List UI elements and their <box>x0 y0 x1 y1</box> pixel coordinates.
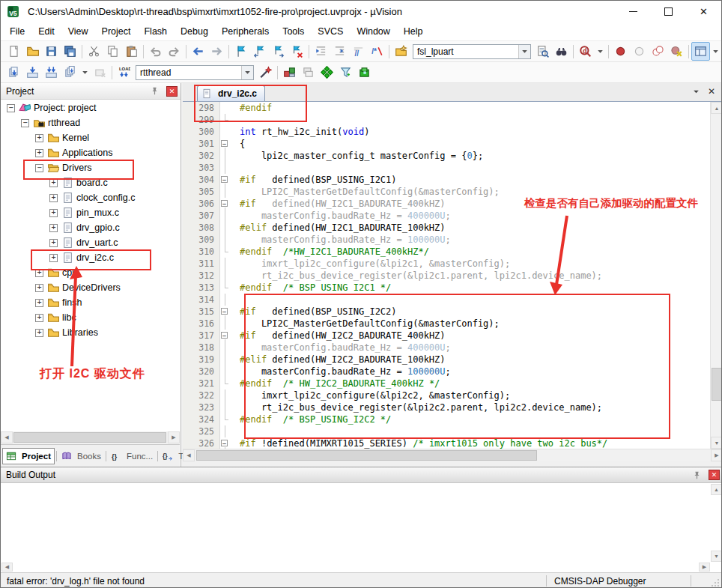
fold-collapse-icon[interactable]: − <box>220 138 231 150</box>
expand-icon[interactable]: + <box>35 299 43 307</box>
menu-tools[interactable]: Tools <box>276 23 311 40</box>
code-line-311[interactable]: 311 imxrt_lpi2c_configure(&lpi2c1, &mast… <box>183 258 710 270</box>
code-line-305[interactable]: 305 LPI2C_MasterGetDefaultConfig(&master… <box>183 186 710 198</box>
scroll-left-icon[interactable]: ◀ <box>1 431 13 443</box>
window-layout-icon[interactable] <box>691 42 710 61</box>
expand-icon[interactable]: + <box>49 209 58 217</box>
code-line-300[interactable]: 300int rt_hw_i2c_init(void) <box>183 126 710 138</box>
collapse-icon[interactable]: − <box>21 119 29 127</box>
pin-icon[interactable] <box>150 86 160 96</box>
scroll-right-icon[interactable]: ▶ <box>699 563 710 572</box>
menu-view[interactable]: View <box>61 23 95 40</box>
fold-collapse-icon[interactable]: − <box>220 306 231 318</box>
collapse-icon[interactable]: − <box>7 104 15 112</box>
bookmark-toggle-icon[interactable] <box>231 42 250 61</box>
batch-build-dropdown-icon[interactable] <box>79 63 91 82</box>
indent-left-icon[interactable] <box>312 42 330 61</box>
sidebar-tab-project[interactable]: Project <box>2 448 55 464</box>
options-for-target-icon[interactable] <box>256 63 275 82</box>
scroll-down-icon[interactable]: ▼ <box>711 551 722 562</box>
scroll-right-icon[interactable]: ▶ <box>168 431 180 443</box>
minimize-icon[interactable] <box>616 1 651 22</box>
save-icon[interactable] <box>42 42 61 61</box>
code-line-307[interactable]: 307 masterConfig.baudRate_Hz = 400000U; <box>183 210 710 222</box>
fold-collapse-icon[interactable]: − <box>220 437 231 449</box>
tab-list-dropdown-icon[interactable] <box>692 88 700 96</box>
scroll-up-icon[interactable]: ▲ <box>711 484 722 495</box>
bookmark-clear-all-icon[interactable] <box>288 42 306 61</box>
tree-item-kernel[interactable]: +Kernel <box>2 130 180 145</box>
manage-rte-icon[interactable] <box>318 63 336 82</box>
scroll-down-icon[interactable]: ▼ <box>711 437 722 449</box>
bookmark-prev-icon[interactable] <box>250 42 269 61</box>
code-line-315[interactable]: 315−#if defined(BSP_USING_I2C2) <box>183 306 710 318</box>
code-line-313[interactable]: 313#endif /* BSP USING I2C1 */ <box>183 282 710 294</box>
code-line-314[interactable]: 314 <box>183 294 710 306</box>
expand-icon[interactable]: + <box>49 179 58 187</box>
code-line-320[interactable]: 320 masterConfig.baudRate_Hz = 100000U; <box>183 366 710 378</box>
code-line-308[interactable]: 308#elif defined(HW_I2C1_BADURATE_100kHZ… <box>183 222 710 234</box>
expand-icon[interactable]: + <box>35 149 43 157</box>
target-combo-dropdown-icon[interactable] <box>241 66 253 79</box>
code-line-298[interactable]: 298#endif <box>183 102 710 114</box>
fold-collapse-icon[interactable]: − <box>220 198 231 210</box>
stop-build-icon[interactable] <box>91 63 109 82</box>
sidebar-tab-books[interactable]: Books <box>58 449 104 464</box>
redo-icon[interactable] <box>165 42 183 61</box>
scroll-left-icon[interactable]: ◀ <box>183 449 195 461</box>
collapse-icon[interactable]: − <box>35 164 43 172</box>
menu-debug[interactable]: Debug <box>174 23 215 40</box>
rebuild-icon[interactable] <box>42 63 61 82</box>
breakpoint-disable-all-icon[interactable] <box>649 42 667 61</box>
find-in-files-icon[interactable] <box>533 42 552 61</box>
code-line-316[interactable]: 316 LPI2C_MasterGetDefaultConfig(&master… <box>183 318 710 330</box>
editor-vscrollbar[interactable]: ▲ ▼ <box>710 102 722 449</box>
undo-icon[interactable] <box>146 42 165 61</box>
translate-icon[interactable] <box>4 63 23 82</box>
code-line-322[interactable]: 322 imxrt_lpi2c_configure(&lpi2c2, &mast… <box>183 390 710 401</box>
code-line-299[interactable]: 299 <box>183 114 710 126</box>
expand-icon[interactable]: + <box>49 194 58 202</box>
tree-item-libraries[interactable]: +Libraries <box>2 325 180 340</box>
search-combo-dropdown-icon[interactable] <box>518 45 530 58</box>
incremental-search-dropdown-icon[interactable] <box>595 42 606 61</box>
tree-item-devicedrivers[interactable]: +DeviceDrivers <box>2 280 180 295</box>
tree-item-applications[interactable]: +Applications <box>2 145 180 160</box>
breakpoint-enable-disable-icon[interactable] <box>630 42 649 61</box>
breakpoint-kill-all-icon[interactable] <box>667 42 686 61</box>
menu-svcs[interactable]: SVCS <box>311 23 350 40</box>
menu-edit[interactable]: Edit <box>31 23 61 40</box>
scroll-thumb[interactable] <box>196 450 537 461</box>
code-line-326[interactable]: 326−#if !defined(MIMXRT1015_SERIES) /* i… <box>183 437 710 449</box>
code-line-301[interactable]: 301−{ <box>183 138 710 150</box>
tree-item-rtthread[interactable]: −rtthread <box>2 115 180 130</box>
expand-icon[interactable]: + <box>49 254 58 262</box>
expand-icon[interactable]: + <box>49 239 58 247</box>
tree-item-drivers[interactable]: −Drivers <box>2 160 180 175</box>
menu-help[interactable]: Help <box>397 23 430 40</box>
bookmark-next-icon[interactable] <box>269 42 288 61</box>
code-line-302[interactable]: 302 lpi2c_master_config_t masterConfig =… <box>183 150 710 162</box>
code-line-318[interactable]: 318 masterConfig.baudRate_Hz = 400000U; <box>183 342 710 354</box>
sidebar-tab-func[interactable]: {}Func... <box>108 449 156 464</box>
nav-back-icon[interactable] <box>189 42 207 61</box>
download-icon[interactable]: LOAD <box>115 63 133 82</box>
tab-close-icon[interactable]: ✕ <box>708 86 715 97</box>
editor-hscrollbar[interactable]: ◀ ▶ <box>183 449 722 461</box>
tree-item-pin-mux-c[interactable]: +pin_mux.c <box>2 205 180 220</box>
window-layout-dropdown-icon[interactable] <box>710 42 721 61</box>
close-icon[interactable]: ✕ <box>686 1 721 22</box>
comment-selection-icon[interactable]: // <box>349 42 368 61</box>
scroll-thumb[interactable] <box>13 432 166 443</box>
find-in-files-dialog-icon[interactable] <box>392 42 410 61</box>
tree-item-clock-config-c[interactable]: +clock_config.c <box>2 190 180 205</box>
batch-build-icon[interactable] <box>61 63 79 82</box>
scroll-up-icon[interactable]: ▲ <box>711 102 722 114</box>
menu-file[interactable]: File <box>3 23 31 40</box>
code-line-304[interactable]: 304−#if defined(BSP_USING_I2C1) <box>183 174 710 186</box>
scroll-thumb[interactable] <box>712 368 722 401</box>
expand-icon[interactable]: + <box>49 224 58 232</box>
tab-drv-i2c[interactable]: drv_i2c.c <box>197 85 265 101</box>
target-combo[interactable]: rtthread <box>136 65 254 80</box>
tree-item-project-project[interactable]: −Project: project <box>2 100 180 115</box>
